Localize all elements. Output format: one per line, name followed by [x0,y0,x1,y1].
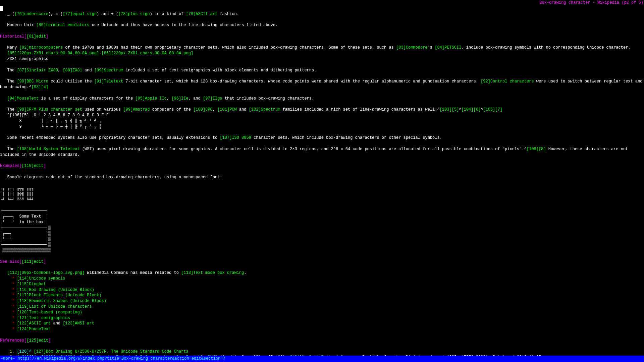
link-microcomputers[interactable]: [82]microcomputers [19,45,63,50]
cpm-table: ^[106][5] 0 1 2 3 4 5 6 7 8 9 A B C D E … [0,113,109,129]
section-references: References[ [0,338,26,343]
link-terminal-emulators[interactable]: [80]terminal emulators [36,23,89,27]
box-diagram-2: ┌──────────────────┐ │┌───┐ Some Text │ … [0,208,51,253]
link-apple-iigs[interactable]: [97]IIgs [203,96,222,101]
link-ref104[interactable]: [104][6] [461,107,481,112]
section-historical: Historical[ [0,34,26,39]
link-ascii-art[interactable]: [79]ASCII art [186,12,218,16]
link-mousetext2[interactable]: [124]MouseText [17,327,51,331]
link-apple-iie[interactable]: [96]IIe [171,96,188,101]
link-zx81[interactable]: [88]ZX81 [63,68,82,73]
link-cpm-plus[interactable]: [98]CP/M Plus character set [17,107,82,112]
status-bar: -more- https://en.wikipedia.org/w/index.… [0,356,644,362]
link-edit-historical[interactable]: [81]edit [26,34,46,39]
link-edit-seealso[interactable]: [111]edit [22,259,44,264]
link-mousetext[interactable]: [94]MouseText [7,96,39,101]
link-geometric-shapes[interactable]: [118]Geometric Shapes (Unicode Block) [17,299,106,303]
link-list-unicode[interactable]: [119]List of Unicode characters [17,304,92,309]
link-bbc-micro[interactable]: [90]BBC Micro [17,79,48,84]
link-plus-sign[interactable]: [78]plus sign [118,12,150,16]
status-url: https://en.wikipedia.org/w/index.php?tit… [17,356,225,361]
link-control-characters[interactable]: [92]Control characters [481,79,534,84]
link-cpc[interactable]: [100]CPC [193,107,213,112]
section-see-also: See also[ [0,259,22,264]
link-text-based[interactable]: [120]Text-based (computing) [17,310,82,315]
terminal-content: _ ([76]underscore), = ([77]equal sign) a… [0,0,644,362]
link-ref103[interactable]: [103][5] [440,107,459,112]
link-commons-logo[interactable]: [112][30px-Commons-logo.svg.png] [7,270,85,275]
link-ref127[interactable]: [127]Box Drawing U+2500-U+257F, The Unic… [34,349,189,354]
link-dingbat[interactable]: [115]Dingbat [17,282,46,287]
link-pcw[interactable]: [101]PCW [217,107,237,112]
link-wst[interactable]: [108]World System Teletext [17,147,79,152]
link-sinclair-zx80[interactable]: [87]Sinclair ZX80 [17,68,58,73]
link-unicode-symbols[interactable]: [114]Unicode symbols [17,276,65,281]
link-text-mode-box-drawing[interactable]: [113]Text mode box drawing [181,270,244,275]
link-ref105[interactable]: [105][7] [483,107,502,112]
link-text-semigraphics[interactable]: [121]Text semigraphics [17,316,70,320]
section-examples: Examples[ [0,164,22,168]
link-teletext[interactable]: [91]Teletext [94,79,123,84]
link-box-drawing-block[interactable]: [116]Box Drawing (Unicode Block) [17,288,94,292]
link-ref93[interactable]: [93][4] [32,85,48,89]
link-edit-refs[interactable]: [125]edit [26,338,48,343]
link-img-zx81b[interactable]: [86][220px-ZX81.chars.00-0A.80-8A.png] [101,51,193,56]
link-ref126[interactable]: [126]^ [17,349,31,354]
link-petscii[interactable]: [84]PETSCII [435,45,461,50]
link-amstrad[interactable]: [99]Amstrad [123,107,150,112]
link-spectrum[interactable]: [89]Spectrum [94,68,123,73]
link-apple-iic[interactable]: [95]Apple IIc [135,96,167,101]
link-spectrum2[interactable]: [102]Spectrum [249,107,280,112]
link-img-zx81a[interactable]: [85][220px-ZX81.chars.00-0A.80-8A.png] [7,51,99,56]
link-equal-sign[interactable]: [77]equal sign [63,12,97,16]
link-ascii-art2[interactable]: [122]ASCII art [17,321,51,326]
page-title: Box-drawing character - Wikipedia (p2 of… [539,0,643,6]
link-block-elements[interactable]: [117]Block Elements (Unicode Block) [17,293,101,298]
link-ref109[interactable]: [109][8] [527,147,546,152]
box-diagram-1: ┌┐ ┌┬┐ ╔╦╗ ╓╥╖ ││ ├┼┤ ╠╬╣ ╟╫╢ └┘ └┴┘ ╚╩╝… [0,186,34,202]
link-commodore[interactable]: [83]Commodore [396,45,428,50]
link-underscore[interactable]: [76]underscore [14,12,48,16]
link-ansi-art[interactable]: [123]ANSI art [63,321,94,326]
link-iso8859[interactable]: [107]ISO 8859 [220,135,251,140]
cursor-icon [0,6,3,11]
link-edit-examples[interactable]: [110]edit [22,164,44,168]
